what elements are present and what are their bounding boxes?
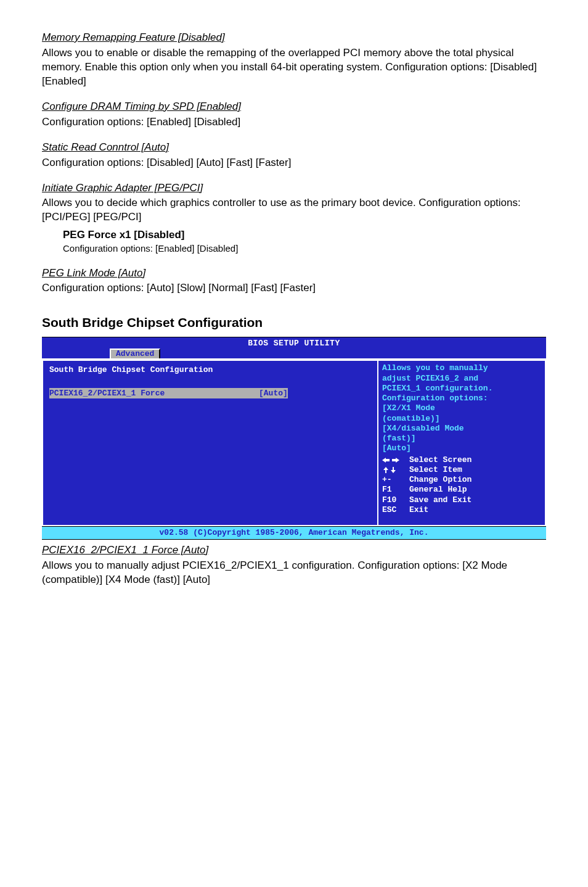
svg-marker-1 [392, 458, 399, 463]
bios-tabbar: Advanced [42, 349, 546, 358]
bios-option-row[interactable]: PCIEX16_2/PCIEX1_1 Force [Auto] [49, 388, 371, 399]
section-body: Allows you to decide which graphics cont… [42, 196, 546, 225]
subsection-title: PEG Force x1 [Disabled] [63, 228, 546, 242]
section-pciex-force: PCIEX16_2/PCIEX1_1 Force [Auto] Allows y… [42, 543, 546, 587]
bios-left-pane: South Bridge Chipset Configuration PCIEX… [42, 360, 377, 526]
nav-label: Select Screen [409, 455, 472, 464]
nav-key: +- [382, 475, 409, 485]
section-title: PEG Link Mode [Auto] [42, 266, 546, 281]
nav-key: F10 [382, 495, 409, 505]
section-body: Configuration options: [Auto] [Slow] [No… [42, 281, 546, 295]
help-line: Configuration options: [382, 394, 541, 403]
subsection-peg-force: PEG Force x1 [Disabled] Configuration op… [63, 228, 546, 255]
help-line: [X2/X1 Mode [382, 403, 541, 413]
nav-key: ESC [382, 505, 409, 515]
section-init-graphic: Initiate Graphic Adapter [PEG/PCI] Allow… [42, 181, 546, 225]
help-line: PCIEX1_1 configuration. [382, 384, 541, 394]
section-title: Configure DRAM Timing by SPD [Enabled] [42, 100, 546, 114]
section-static-read: Static Read Conntrol [Auto] Configuratio… [42, 141, 546, 170]
heading-south-bridge: South Bridge Chipset Configuration [42, 314, 546, 331]
help-line: (fast)] [382, 434, 541, 444]
bios-footer: v02.58 (C)Copyright 1985-2006, American … [42, 526, 546, 539]
section-title: PCIEX16_2/PCIEX1_1 Force [Auto] [42, 543, 546, 558]
section-title: Memory Remapping Feature [Disabled] [42, 31, 546, 45]
nav-label: Select Item [409, 465, 462, 474]
bios-tab-advanced[interactable]: Advanced [110, 349, 160, 358]
section-body: Configuration options: [Disabled] [Auto]… [42, 156, 546, 170]
section-body: Configuration options: [Enabled] [Disabl… [42, 115, 546, 130]
help-line: Allows you to manually [382, 363, 541, 373]
nav-label: Change Option [409, 475, 472, 484]
bios-help-text: Allows you to manually adjust PCIEX16_2 … [382, 363, 541, 453]
nav-label: General Help [409, 485, 467, 494]
bios-body: South Bridge Chipset Configuration PCIEX… [42, 358, 546, 526]
bios-panel: BIOS SETUP UTILITY Advanced South Bridge… [42, 337, 546, 540]
bios-option-label: PCIEX16_2/PCIEX1_1 Force [49, 388, 259, 399]
section-title: Initiate Graphic Adapter [PEG/PCI] [42, 181, 546, 196]
nav-label: Exit [409, 505, 428, 514]
help-line: [Auto] [382, 444, 541, 453]
section-title: Static Read Conntrol [Auto] [42, 141, 546, 155]
help-line: [X4/disabled Mode [382, 424, 541, 434]
section-memory-remap: Memory Remapping Feature [Disabled] Allo… [42, 31, 546, 89]
svg-marker-0 [382, 458, 390, 463]
nav-label: Save and Exit [409, 495, 472, 505]
svg-marker-2 [383, 467, 388, 473]
bios-nav-keys: Select Screen Select Item +-Change Optio… [382, 455, 541, 516]
section-body: Allows you to manually adjust PCIEX16_2/… [42, 559, 546, 587]
tab-spacer [42, 349, 110, 358]
bios-right-pane: Allows you to manually adjust PCIEX16_2 … [377, 360, 546, 526]
bios-panel-header: South Bridge Chipset Configuration [49, 365, 371, 376]
arrow-lr-icon [382, 455, 409, 465]
section-body: Allows you to enable or disable the rema… [42, 46, 546, 89]
nav-key: F1 [382, 485, 409, 495]
help-line: (comatible)] [382, 414, 541, 424]
arrow-ud-icon [382, 465, 409, 475]
bios-title: BIOS SETUP UTILITY [42, 337, 546, 349]
subsection-body: Configuration options: [Enabled] [Disabl… [63, 242, 546, 255]
section-dram-timing: Configure DRAM Timing by SPD [Enabled] C… [42, 100, 546, 130]
help-line: adjust PCIEX16_2 and [382, 374, 541, 384]
bios-option-value: [Auto] [259, 388, 288, 399]
section-peg-link: PEG Link Mode [Auto] Configuration optio… [42, 266, 546, 296]
svg-marker-3 [391, 467, 396, 473]
